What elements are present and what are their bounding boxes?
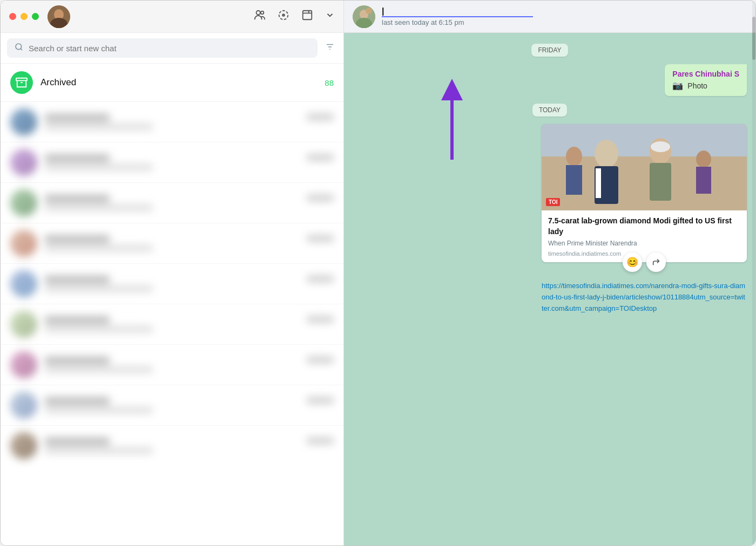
compose-icon[interactable] bbox=[301, 9, 313, 24]
emoji-reaction-button[interactable]: 😊 bbox=[623, 252, 642, 272]
avatar bbox=[10, 392, 37, 419]
archive-icon bbox=[10, 71, 33, 94]
chat-item[interactable] bbox=[1, 223, 343, 264]
photo-icon: 📷 bbox=[672, 80, 683, 91]
minimize-button[interactable] bbox=[21, 13, 28, 20]
news-message-wrap: TOI 7.5-carat lab-grown diamond Modi gif… bbox=[344, 122, 755, 264]
svg-point-25 bbox=[595, 140, 618, 168]
search-bar bbox=[7, 38, 318, 58]
message-bubble: Pares Chinubhai S 📷 Photo bbox=[665, 64, 747, 96]
chevron-down-icon[interactable] bbox=[325, 10, 335, 23]
archived-row[interactable]: Archived 88 bbox=[1, 64, 343, 102]
svg-point-19 bbox=[366, 8, 372, 14]
scrollbar-thumb[interactable] bbox=[752, 17, 755, 60]
scrollbar-track bbox=[752, 1, 755, 545]
svg-point-30 bbox=[566, 147, 582, 166]
chat-header: last seen today at 6:15 pm bbox=[344, 1, 755, 33]
search-icon bbox=[15, 43, 23, 53]
svg-rect-14 bbox=[16, 78, 27, 81]
close-button[interactable] bbox=[9, 13, 16, 20]
news-title: 7.5-carat lab-grown diamond Modi gifted … bbox=[542, 210, 747, 239]
news-description: When Prime Minister Narendra bbox=[542, 239, 747, 250]
avatar bbox=[10, 270, 37, 297]
right-panel: last seen today at 6:15 pm bbox=[344, 1, 755, 545]
photo-label: Photo bbox=[687, 81, 707, 90]
title-icons bbox=[254, 9, 335, 24]
avatar[interactable] bbox=[48, 5, 70, 28]
contact-info: last seen today at 6:15 pm bbox=[382, 6, 747, 26]
svg-point-34 bbox=[651, 141, 670, 152]
svg-rect-29 bbox=[650, 163, 671, 201]
sync-icon[interactable] bbox=[278, 9, 289, 24]
groups-icon[interactable] bbox=[254, 9, 266, 24]
chat-item[interactable] bbox=[1, 264, 343, 304]
search-bar-container bbox=[1, 33, 343, 64]
message-area[interactable]: FRIDAY Pares Chinubhai S 📷 Photo TODAY bbox=[344, 33, 755, 545]
avatar bbox=[10, 432, 37, 459]
svg-rect-27 bbox=[596, 168, 601, 198]
news-link[interactable]: https://timesofindia.indiatimes.com/nare… bbox=[542, 281, 747, 314]
news-card: TOI 7.5-carat lab-grown diamond Modi gif… bbox=[542, 124, 747, 262]
chat-item[interactable] bbox=[1, 345, 343, 385]
left-panel: Archived 88 bbox=[1, 1, 344, 545]
archived-count: 88 bbox=[325, 78, 334, 87]
svg-rect-7 bbox=[303, 11, 312, 20]
avatar bbox=[10, 230, 37, 257]
title-bar bbox=[1, 1, 343, 33]
chat-item[interactable] bbox=[1, 102, 343, 142]
avatar bbox=[10, 351, 37, 378]
svg-rect-31 bbox=[566, 165, 582, 195]
news-link-wrap: https://timesofindia.indiatimes.com/nare… bbox=[344, 268, 755, 319]
news-message: TOI 7.5-carat lab-grown diamond Modi gif… bbox=[542, 124, 747, 262]
avatar bbox=[10, 149, 37, 176]
sender-name: Pares Chinubhai S bbox=[672, 70, 739, 78]
news-image: TOI bbox=[542, 124, 747, 210]
svg-point-6 bbox=[282, 14, 285, 16]
filter-icon[interactable] bbox=[323, 40, 337, 57]
message-bubble-wrap: Pares Chinubhai S 📷 Photo bbox=[344, 62, 755, 98]
friday-badge: FRIDAY bbox=[344, 44, 755, 57]
chat-item[interactable] bbox=[1, 183, 343, 223]
svg-point-9 bbox=[16, 44, 22, 50]
avatar bbox=[10, 108, 37, 135]
chat-item[interactable] bbox=[1, 426, 343, 466]
maximize-button[interactable] bbox=[32, 13, 39, 20]
chat-item[interactable] bbox=[1, 142, 343, 183]
svg-point-32 bbox=[696, 151, 711, 168]
app-container: Archived 88 bbox=[0, 0, 756, 546]
search-input[interactable] bbox=[29, 44, 310, 53]
message-content: 📷 Photo bbox=[672, 80, 739, 91]
contact-avatar[interactable] bbox=[353, 5, 375, 28]
avatar bbox=[10, 311, 37, 338]
today-badge: TODAY bbox=[344, 104, 755, 117]
archived-label: Archived bbox=[40, 77, 325, 88]
window-controls bbox=[9, 13, 39, 20]
purple-arrow bbox=[430, 76, 474, 165]
svg-point-3 bbox=[256, 11, 260, 15]
share-button[interactable] bbox=[646, 252, 666, 272]
last-seen: last seen today at 6:15 pm bbox=[382, 18, 747, 26]
chat-item[interactable] bbox=[1, 385, 343, 426]
chat-list[interactable] bbox=[1, 102, 343, 545]
svg-marker-22 bbox=[441, 79, 463, 100]
avatar bbox=[10, 189, 37, 216]
svg-line-10 bbox=[21, 49, 22, 50]
svg-rect-33 bbox=[696, 167, 711, 194]
reaction-buttons: 😊 bbox=[623, 252, 666, 272]
svg-point-4 bbox=[261, 11, 264, 15]
contact-name-input[interactable] bbox=[382, 6, 533, 17]
toi-badge: TOI bbox=[546, 198, 560, 206]
chat-item[interactable] bbox=[1, 304, 343, 345]
